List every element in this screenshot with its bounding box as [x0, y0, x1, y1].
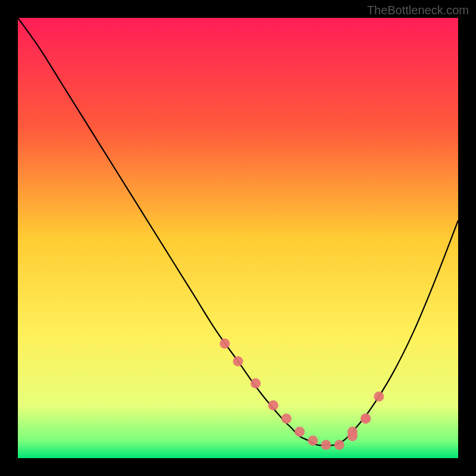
marker-dot: [321, 440, 331, 450]
marker-dot: [295, 427, 305, 437]
marker-dot: [347, 427, 358, 437]
marker-dot: [233, 356, 243, 367]
marker-dot: [308, 436, 318, 446]
marker-dot: [250, 378, 261, 389]
watermark-text: TheBottleneck.com: [367, 4, 469, 17]
marker-dot: [268, 400, 278, 411]
chart-svg: [18, 18, 458, 458]
marker-dot: [374, 392, 384, 402]
marker-dot: [361, 414, 371, 424]
chart-container: TheBottleneck.com: [0, 0, 476, 476]
marker-dot: [281, 414, 292, 424]
plot-area: [18, 18, 458, 458]
marker-dot: [334, 440, 345, 450]
gradient-background: [18, 18, 458, 458]
marker-dot: [220, 339, 230, 349]
